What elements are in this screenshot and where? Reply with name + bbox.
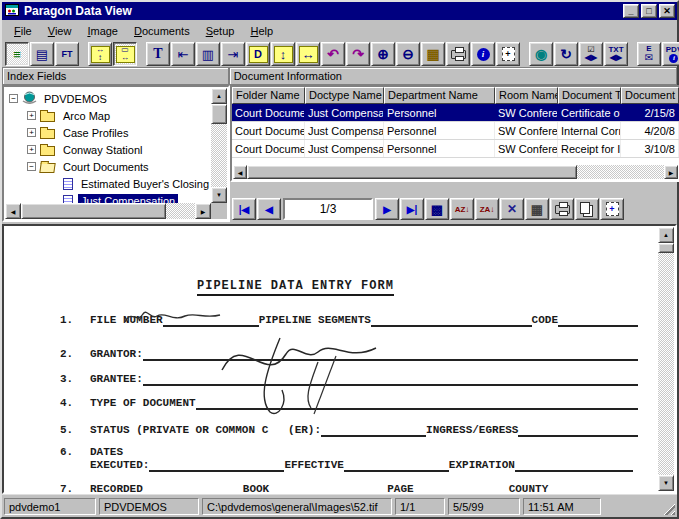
- tree-item-label: PDVDEMOS: [41, 92, 110, 106]
- scrollbar-thumb[interactable]: [21, 203, 166, 219]
- media-archive-button[interactable]: ◉: [529, 42, 553, 66]
- tree-item-estimated-buyers-closing[interactable]: Estimated Buyer's Closing: [5, 175, 211, 192]
- menu-image[interactable]: Image: [79, 22, 126, 40]
- fit-page-button[interactable]: ↔↕: [88, 42, 112, 66]
- zoom-in-button[interactable]: ⊕: [371, 42, 395, 66]
- text-view-button[interactable]: T: [146, 42, 170, 66]
- scroll-right-icon[interactable]: ▶: [195, 203, 211, 219]
- sort-descending-button[interactable]: ZA↓: [475, 198, 499, 220]
- refresh-index-button[interactable]: ↻: [554, 42, 578, 66]
- sort-ascending-button[interactable]: AZ↓: [450, 198, 474, 220]
- expand-icon[interactable]: +: [27, 145, 36, 154]
- print-record-button[interactable]: [550, 198, 574, 220]
- index-list-button[interactable]: ▤: [30, 42, 54, 66]
- column-header-doctype-name[interactable]: Doctype Name: [305, 87, 384, 104]
- record-navigator-icon: ☑◀▶: [585, 46, 597, 62]
- thumbnail-view-button[interactable]: ▦: [421, 42, 445, 66]
- last-record-button[interactable]: ▶|: [400, 198, 424, 220]
- document-info-button[interactable]: i: [471, 42, 495, 66]
- table-row[interactable]: Court Docume Just Compensat Personnel SW…: [232, 104, 679, 122]
- table-row[interactable]: Court Docume Just Compensat Personnel SW…: [232, 122, 679, 140]
- table-horizontal-scrollbar[interactable]: ◀ ▶: [233, 165, 678, 179]
- column-header-document-type[interactable]: Document T: [558, 87, 621, 104]
- menu-view[interactable]: View: [40, 22, 80, 40]
- menu-help[interactable]: Help: [242, 22, 281, 40]
- menu-documents[interactable]: Documents: [126, 22, 198, 40]
- minimize-button[interactable]: _: [623, 4, 639, 18]
- collapse-icon[interactable]: −: [27, 162, 36, 171]
- fit-height-icon: ↕: [274, 46, 293, 63]
- tree-item-just-compensation[interactable]: Just Compensation: [5, 192, 211, 203]
- email-button[interactable]: E✉: [637, 42, 661, 66]
- tree-item-pdvdemos[interactable]: − PDVDEMOS: [5, 90, 211, 107]
- app-icon: [5, 3, 20, 20]
- tree-item-case-profiles[interactable]: + Case Profiles: [5, 124, 211, 141]
- column-header-department-name[interactable]: Department Name: [384, 87, 495, 104]
- scrollbar-thumb[interactable]: [211, 104, 227, 124]
- rotate-right-button[interactable]: ↷: [346, 42, 370, 66]
- fit-height-button[interactable]: ↕: [271, 42, 295, 66]
- record-indicator[interactable]: 1/3: [283, 198, 373, 220]
- scroll-up-icon[interactable]: ▲: [658, 227, 674, 243]
- next-record-button[interactable]: ▶: [375, 198, 399, 220]
- column-header-document-date[interactable]: Document: [621, 87, 679, 104]
- copy-record-button[interactable]: [575, 198, 599, 220]
- print-button[interactable]: [446, 42, 470, 66]
- folder-icon: [40, 129, 55, 139]
- scroll-up-icon[interactable]: ▲: [211, 88, 227, 104]
- fit-visible-button[interactable]: ▭↔: [113, 42, 137, 66]
- viewer-vertical-scrollbar[interactable]: ▲ ▼: [658, 227, 674, 491]
- column-header-room-name[interactable]: Room Name: [495, 87, 558, 104]
- grid-view-button[interactable]: ▦: [525, 198, 549, 220]
- display-page-button[interactable]: D: [246, 42, 270, 66]
- tree-item-label: Court Documents: [60, 160, 152, 174]
- menu-file[interactable]: File: [6, 22, 40, 40]
- scrollbar-thumb[interactable]: [247, 165, 577, 179]
- pdv-info-button[interactable]: PDVi: [662, 42, 679, 66]
- scroll-down-icon[interactable]: ▼: [211, 187, 227, 203]
- expand-icon[interactable]: +: [27, 111, 36, 120]
- printer-icon: [451, 50, 466, 59]
- scroll-down-icon[interactable]: ▼: [658, 475, 674, 491]
- previous-document-button[interactable]: ⇤: [171, 42, 195, 66]
- menu-setup[interactable]: Setup: [198, 22, 243, 40]
- tree-vertical-scrollbar[interactable]: ▲ ▼: [211, 88, 227, 203]
- table-row[interactable]: Court Docume Just Compensat Personnel SW…: [232, 140, 679, 158]
- close-button[interactable]: ✕: [659, 4, 675, 18]
- scroll-right-icon[interactable]: ▶: [664, 165, 678, 179]
- index-tree-button[interactable]: ≡: [5, 42, 29, 66]
- multi-record-view-button[interactable]: ▩: [425, 198, 449, 220]
- previous-record-button[interactable]: ◀: [257, 198, 281, 220]
- scrollbar-thumb[interactable]: [658, 243, 674, 253]
- form-line-3: 3.GRANTEE:: [60, 373, 638, 386]
- text-navigator-button[interactable]: TXT◀▶: [604, 42, 628, 66]
- maximize-button[interactable]: □: [641, 4, 657, 18]
- sort-descending-icon: ZA↓: [480, 205, 495, 214]
- record-navigator-button[interactable]: ☑◀▶: [579, 42, 603, 66]
- fulltext-search-button[interactable]: FT: [55, 42, 79, 66]
- panel-headers: Index Fields Document Information: [2, 67, 677, 85]
- tree-item-arco-map[interactable]: + Arco Map: [5, 107, 211, 124]
- resize-grip[interactable]: [662, 502, 675, 515]
- tree-item-conway-station[interactable]: + Conway Stationl: [5, 141, 211, 158]
- add-page-button[interactable]: +: [496, 42, 520, 66]
- document-list-button[interactable]: ▥: [196, 42, 220, 66]
- document-information-header: Document Information: [229, 67, 677, 85]
- document-list-icon: ▥: [202, 48, 214, 61]
- expand-icon[interactable]: +: [27, 128, 36, 137]
- delete-record-button[interactable]: ✕: [500, 198, 524, 220]
- tree-horizontal-scrollbar[interactable]: ◀ ▶: [5, 203, 211, 219]
- rotate-left-button[interactable]: ↶: [321, 42, 345, 66]
- scroll-left-icon[interactable]: ◀: [5, 203, 21, 219]
- next-document-icon: ⇥: [228, 48, 239, 61]
- collapse-icon[interactable]: −: [9, 94, 18, 103]
- tree-item-court-documents[interactable]: − Court Documents: [5, 158, 211, 175]
- column-header-folder-name[interactable]: Folder Name: [232, 87, 305, 104]
- menu-bar: File View Image Documents Setup Help: [2, 20, 677, 41]
- fit-width-button[interactable]: ↔: [296, 42, 320, 66]
- scroll-left-icon[interactable]: ◀: [233, 165, 247, 179]
- zoom-out-button[interactable]: ⊖: [396, 42, 420, 66]
- first-record-button[interactable]: |◀: [232, 198, 256, 220]
- next-document-button[interactable]: ⇥: [221, 42, 245, 66]
- add-record-button[interactable]: +: [600, 198, 624, 220]
